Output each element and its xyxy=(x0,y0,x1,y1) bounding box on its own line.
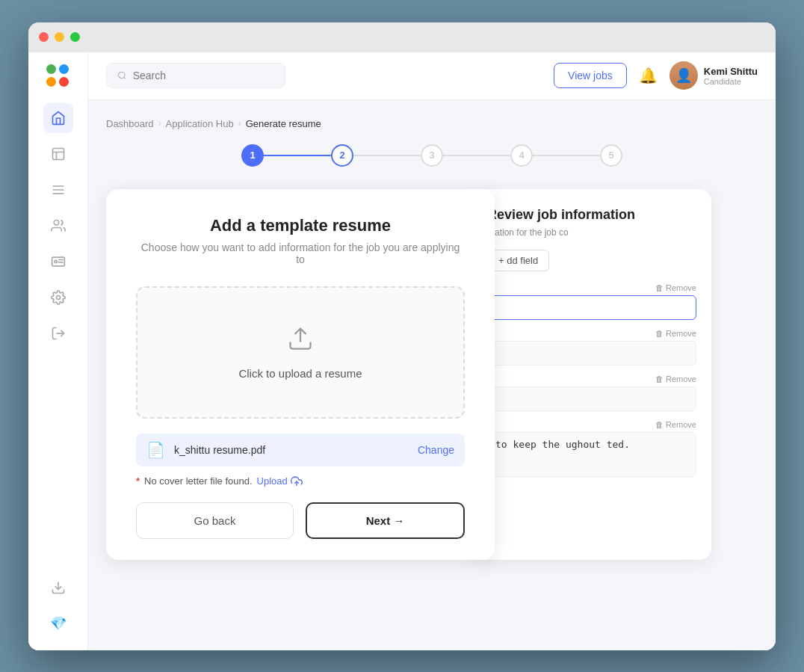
sidebar-item-list[interactable] xyxy=(43,175,73,205)
search-input[interactable] xyxy=(133,70,274,81)
search-bar[interactable] xyxy=(106,63,285,88)
field-label-2: 🗑 Remove xyxy=(487,329,696,338)
breadcrumb-current: Generate resume xyxy=(246,118,321,129)
change-button[interactable]: Change xyxy=(418,444,454,456)
next-button[interactable]: Next → xyxy=(306,502,465,539)
step-line-4 xyxy=(533,155,600,156)
field-select-3[interactable] xyxy=(487,386,696,411)
user-info: Kemi Shittu Candidate xyxy=(704,66,758,86)
step-line-2 xyxy=(353,155,421,156)
svg-point-14 xyxy=(119,72,125,78)
breadcrumb: Dashboard › Application Hub › Generate r… xyxy=(106,118,758,129)
close-button[interactable] xyxy=(39,32,49,42)
field-input-2[interactable] xyxy=(487,341,696,366)
search-icon xyxy=(117,70,127,81)
stepper: 1 2 3 4 5 xyxy=(106,144,758,167)
field-input-1[interactable] xyxy=(487,295,696,320)
file-icon: 📄 xyxy=(146,441,165,459)
sidebar-item-gem[interactable]: 💎 xyxy=(43,608,73,638)
breadcrumb-dashboard[interactable]: Dashboard xyxy=(106,118,154,129)
avatar-section: 👤 Kemi Shittu Candidate xyxy=(670,61,758,90)
titlebar xyxy=(28,22,776,52)
field-section-4: 🗑 Remove to keep the ughout ted. xyxy=(487,420,696,480)
sidebar-item-download[interactable] xyxy=(43,573,73,602)
add-field-button[interactable]: + dd field xyxy=(487,250,549,271)
modal-subtitle: Choose how you want to add information f… xyxy=(136,241,465,265)
upload-link-label: Upload xyxy=(257,475,288,487)
avatar-face: 👤 xyxy=(670,61,698,90)
app-body: 💎 View jobs 🔔 👤 xyxy=(28,52,776,650)
next-label: Next → xyxy=(366,514,405,527)
step-line-1 xyxy=(264,155,331,156)
minimize-button[interactable] xyxy=(55,32,64,42)
maximize-button[interactable] xyxy=(70,32,80,42)
step-4: 4 xyxy=(510,144,533,167)
field-label-4: 🗑 Remove xyxy=(487,420,696,429)
step-2: 2 xyxy=(331,144,353,167)
remove-link-1[interactable]: 🗑 Remove xyxy=(655,283,696,292)
user-name: Kemi Shittu xyxy=(704,66,758,77)
sidebar-item-notes[interactable] xyxy=(43,139,73,169)
svg-point-8 xyxy=(55,260,57,262)
upload-link[interactable]: Upload xyxy=(257,475,303,487)
go-back-button[interactable]: Go back xyxy=(136,502,294,539)
field-section-3: 🗑 Remove xyxy=(487,374,696,411)
main-content: View jobs 🔔 👤 Kemi Shittu Candidate Dash… xyxy=(88,52,776,650)
file-item: 📄 k_shittu resume.pdf Change xyxy=(136,434,465,466)
clover-logo xyxy=(46,64,70,88)
modal-title: Add a template resume xyxy=(136,216,465,235)
field-label-3: 🗑 Remove xyxy=(487,374,696,383)
step-3: 3 xyxy=(421,144,443,167)
required-asterisk: * xyxy=(136,475,140,487)
upload-text: Click to upload a resume xyxy=(238,367,362,380)
upload-area[interactable]: Click to upload a resume xyxy=(136,286,465,419)
view-jobs-button[interactable]: View jobs xyxy=(554,63,627,88)
sidebar-item-people[interactable] xyxy=(43,211,73,241)
remove-link-3[interactable]: 🗑 Remove xyxy=(655,374,696,383)
svg-point-11 xyxy=(56,295,60,299)
svg-point-6 xyxy=(54,220,59,225)
cover-warning-text: No cover letter file found. xyxy=(144,475,253,487)
content-area: Dashboard › Application Hub › Generate r… xyxy=(88,100,776,650)
logo-leaf-tl xyxy=(46,64,56,74)
sidebar-item-id[interactable] xyxy=(43,247,73,277)
file-name: k_shittu resume.pdf xyxy=(174,444,409,456)
field-label-1: 🗑 Remove xyxy=(487,283,696,292)
header: View jobs 🔔 👤 Kemi Shittu Candidate xyxy=(88,52,776,100)
right-panel-title: Review job information xyxy=(487,207,696,223)
svg-rect-0 xyxy=(52,148,64,159)
action-buttons: Go back Next → xyxy=(136,502,465,539)
upload-cloud-icon xyxy=(291,475,303,487)
right-panel-subtitle: mation for the job co xyxy=(487,227,696,238)
user-role: Candidate xyxy=(704,77,758,86)
modal-card: Add a template resume Choose how you wan… xyxy=(106,189,495,560)
sidebar-item-logout[interactable] xyxy=(43,318,73,348)
cards-overlay: Add a template resume Choose how you wan… xyxy=(106,189,758,560)
breadcrumb-sep2: › xyxy=(238,118,241,129)
remove-link-2[interactable]: 🗑 Remove xyxy=(655,329,696,338)
field-textarea-4[interactable]: to keep the ughout ted. xyxy=(487,432,696,477)
upload-icon xyxy=(287,325,314,358)
remove-link-4[interactable]: 🗑 Remove xyxy=(655,420,696,429)
step-5: 5 xyxy=(600,144,622,167)
sidebar-item-home[interactable] xyxy=(43,103,73,133)
field-section-1: 🗑 Remove xyxy=(487,283,696,320)
logo-leaf-tr xyxy=(59,64,69,74)
sidebar-item-settings[interactable] xyxy=(43,283,73,312)
sidebar: 💎 xyxy=(28,52,88,650)
logo-leaf-bl xyxy=(46,77,56,87)
field-section-2: 🗑 Remove xyxy=(487,329,696,366)
step-1: 1 xyxy=(241,144,264,167)
logo-leaf-br xyxy=(59,77,69,87)
cover-warning: * No cover letter file found. Upload xyxy=(136,475,465,487)
app-window: 💎 View jobs 🔔 👤 xyxy=(28,22,776,650)
breadcrumb-sep1: › xyxy=(158,118,161,129)
breadcrumb-app-hub[interactable]: Application Hub xyxy=(166,118,234,129)
right-panel: Review job information mation for the jo… xyxy=(472,189,711,560)
step-line-3 xyxy=(443,155,510,156)
avatar: 👤 xyxy=(670,61,698,90)
bell-icon[interactable]: 🔔 xyxy=(639,67,658,84)
